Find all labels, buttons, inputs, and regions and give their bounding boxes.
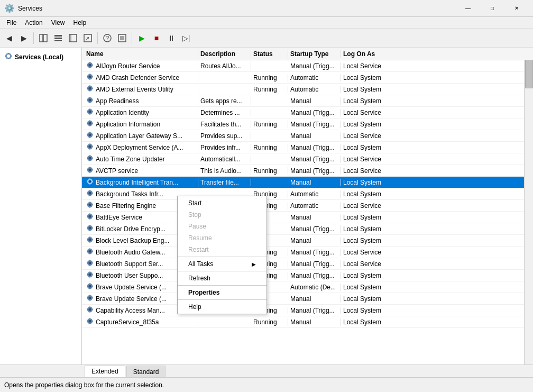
service-gear-icon [86,259,94,268]
service-gear-icon [86,236,94,245]
service-startup-cell: Manual [288,214,341,221]
service-rows-container: AllJoyn Router Service Routes AllJo... M… [82,60,533,328]
show-console-tree-button[interactable] [36,31,50,45]
col-header-logon[interactable]: Log On As [341,50,394,58]
service-desc-cell: Automaticall... [198,156,251,163]
context-menu-separator [178,285,266,286]
svg-point-146 [88,308,91,311]
context-menu-item-all-tasks[interactable]: All Tasks▶ [178,258,266,270]
col-header-name[interactable]: Name [82,50,198,58]
service-gear-icon [86,178,94,187]
table-row[interactable]: AVCTP service This is Audio... Running M… [82,165,533,177]
start-service-button[interactable]: ▶ [135,31,149,45]
svg-text:?: ? [106,35,109,41]
menu-view[interactable]: View [47,18,69,28]
menu-help[interactable]: Help [69,18,91,28]
ctx-item-label: Start [188,199,201,207]
table-row[interactable]: Brave Update Service (... Manual Local S… [82,293,533,305]
svg-point-44 [88,110,91,113]
table-row[interactable]: Capability Access Man... Running Manual … [82,305,533,316]
table-row[interactable]: AppX Deployment Service (A... Provides i… [82,142,533,153]
service-startup-cell: Manual (Trigg... [288,260,341,268]
table-row[interactable]: App Readiness Gets apps re... Manual Loc… [82,95,533,107]
service-name-text: AVCTP service [96,167,138,175]
table-row[interactable]: Background Intelligent Tran... Transfer … [82,177,533,188]
resume-service-button[interactable]: ▷| [179,31,193,45]
service-logon-cell: Local Service [341,156,394,163]
stop-service-button[interactable]: ■ [150,31,163,45]
service-logon-cell: Local Service [341,202,394,209]
service-logon-cell: Local System [341,121,394,128]
table-row[interactable]: AllJoyn Router Service Routes AllJo... M… [82,60,533,72]
context-menu-separator [178,257,266,257]
table-row[interactable]: Application Information Facilitates th..… [82,118,533,130]
help-button[interactable]: ? [100,31,114,45]
context-menu-item-properties[interactable]: Properties [178,287,266,298]
close-button[interactable]: ✕ [504,0,529,17]
service-logon-cell: Local System [341,179,394,186]
tab-extended[interactable]: Extended [85,366,125,377]
table-row[interactable]: Brave Update Service (... Automatic (De.… [82,281,533,293]
refresh-view-button[interactable] [66,31,80,45]
col-header-startup[interactable]: Startup Type [288,50,341,58]
service-startup-cell: Manual (Trigg... [288,121,341,128]
service-startup-cell: Automatic [288,86,341,93]
ctx-item-label: Refresh [188,275,210,282]
service-logon-cell: Local System [341,318,394,326]
col-header-desc[interactable]: Description [198,50,251,58]
svg-point-38 [88,98,91,101]
table-row[interactable]: Background Tasks Infr... Running Automat… [82,188,533,200]
scrollbar-thumb[interactable] [525,57,533,88]
table-row[interactable]: Application Identity Determines ... Manu… [82,107,533,118]
menu-bar: File Action View Help [0,17,533,29]
table-row[interactable]: AMD External Events Utility Running Auto… [82,84,533,95]
scrollbar[interactable] [524,48,533,364]
service-name-text: Brave Update Service (... [96,284,167,291]
maximize-button[interactable]: □ [480,0,504,17]
service-name-text: App Readiness [96,97,139,105]
service-logon-cell: Local System [341,284,394,291]
service-logon-cell: Local System [341,307,394,314]
pause-service-button[interactable]: ⏸ [164,31,178,45]
service-logon-cell: Local System [341,86,394,93]
service-startup-cell: Manual [288,318,341,326]
service-gear-icon [86,131,94,140]
service-name-cell: AMD External Events Utility [82,85,198,94]
forward-button[interactable]: ▶ [17,31,31,45]
extra-view-button[interactable] [115,31,129,45]
table-row[interactable]: CaptureService_8f35a Running Manual Loca… [82,316,533,328]
properties-list-button[interactable] [51,31,65,45]
service-gear-icon [86,61,94,70]
tab-standard[interactable]: Standard [126,366,166,377]
service-gear-icon [86,108,94,117]
service-logon-cell: Local System [341,144,394,151]
table-row[interactable]: AMD Crash Defender Service Running Autom… [82,72,533,84]
service-name-text: AppX Deployment Service (A... [96,144,183,151]
service-name-text: CaptureService_8f35a [96,318,159,326]
service-desc-cell: Determines ... [198,109,251,116]
service-startup-cell: Manual [288,179,341,186]
table-row[interactable]: Bluetooth Audio Gatew... Running Manual … [82,247,533,258]
context-menu-item-start[interactable]: Start [178,197,266,209]
export-button[interactable]: ↗ [81,31,95,45]
back-button[interactable]: ◀ [2,31,16,45]
table-row[interactable]: Auto Time Zone Updater Automaticall... M… [82,153,533,165]
table-row[interactable]: BitLocker Drive Encryp... Manual (Trigg.… [82,223,533,235]
minimize-button[interactable]: ― [456,0,480,17]
menu-file[interactable]: File [2,18,21,28]
service-logon-cell: Local System [341,74,394,81]
table-row[interactable]: Application Layer Gateway S... Provides … [82,130,533,142]
service-gear-icon [86,85,94,94]
table-row[interactable]: Base Filtering Engine Running Automatic … [82,200,533,212]
service-gear-icon [86,224,94,233]
toolbar: ◀ ▶ ↗ ? ▶ ■ ⏸ ▷| [0,29,533,48]
service-desc-cell: This is Audio... [198,167,251,175]
context-menu-item-refresh[interactable]: Refresh [178,272,266,284]
context-menu-item-help[interactable]: Help [178,301,266,313]
table-row[interactable]: Bluetooth Support Ser... Running Manual … [82,258,533,270]
menu-action[interactable]: Action [21,18,47,28]
col-header-status[interactable]: Status [251,50,288,58]
table-row[interactable]: BattlEye Service Manual Local System [82,212,533,223]
table-row[interactable]: Block Level Backup Eng... Manual Local S… [82,235,533,247]
table-row[interactable]: Bluetooth User Suppo... Running Manual (… [82,270,533,281]
